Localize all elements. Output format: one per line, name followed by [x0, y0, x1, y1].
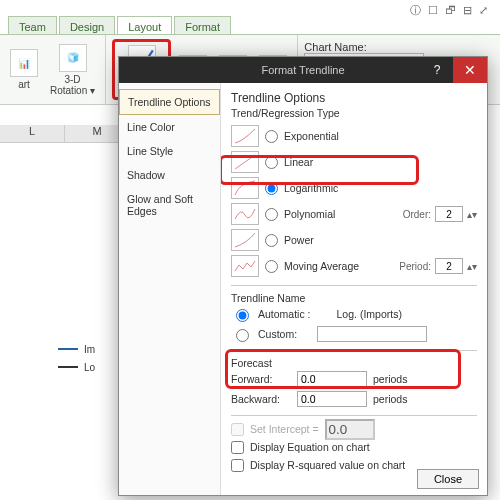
display-r2-label: Display R-squared value on chart	[250, 459, 405, 471]
trendline-name-group: Trendline Name Automatic : Log. (Imports…	[231, 285, 477, 344]
exponential-radio[interactable]	[265, 130, 278, 143]
polynomial-label: Polynomial	[284, 208, 335, 220]
legend-label-2: Lo	[84, 362, 95, 373]
dialog-title: Format Trendline	[261, 64, 344, 76]
period-spinner[interactable]	[435, 258, 463, 274]
order-param: Order: ▴▾	[403, 206, 477, 222]
forward-label: Forward:	[231, 373, 291, 385]
close-icon[interactable]: ✕	[453, 57, 487, 83]
backward-input[interactable]	[297, 391, 367, 407]
set-intercept-label: Set Intercept =	[250, 423, 319, 435]
movingavg-thumb	[231, 255, 259, 277]
polynomial-thumb	[231, 203, 259, 225]
forward-input[interactable]	[297, 371, 367, 387]
type-list: Exponential Linear Logarithmic Polynomia…	[231, 123, 477, 279]
format-trendline-dialog: Format Trendline ? ✕ Trendline Options L…	[118, 56, 488, 496]
rotation-icon: 🧊	[59, 44, 87, 72]
movingavg-label: Moving Average	[284, 260, 359, 272]
legend-line-1	[58, 348, 78, 350]
dialog-main: Trendline Options Trend/Regression Type …	[221, 83, 487, 495]
col-L[interactable]: L	[0, 125, 65, 142]
svg-line-0	[235, 155, 255, 169]
logarithmic-label: Logarithmic	[284, 182, 338, 194]
name-group-label: Trendline Name	[231, 292, 477, 304]
chart-area-button[interactable]: 📊 art	[6, 39, 42, 100]
dialog-nav: Trendline Options Line Color Line Style …	[119, 83, 221, 495]
window-controls[interactable]: ⓘ ☐ 🗗 ⊟ ⤢	[410, 3, 490, 18]
automatic-label: Automatic :	[258, 308, 311, 320]
column-headers: L M	[0, 125, 130, 143]
dialog-titlebar[interactable]: Format Trendline ? ✕	[119, 57, 487, 83]
set-intercept-input	[325, 419, 375, 440]
forward-periods: periods	[373, 373, 407, 385]
forecast-group: Forecast Forward: periods Backward: peri…	[231, 350, 477, 409]
close-button[interactable]: Close	[417, 469, 479, 489]
display-equation-label: Display Equation on chart	[250, 441, 370, 453]
period-label: Period:	[399, 261, 431, 272]
options-heading: Trendline Options	[231, 91, 477, 105]
chart-legend: Im Lo	[58, 340, 95, 376]
backward-label: Backward:	[231, 393, 291, 405]
period-param: Period: ▴▾	[399, 258, 477, 274]
nav-shadow[interactable]: Shadow	[119, 163, 220, 187]
exponential-label: Exponential	[284, 130, 339, 142]
power-radio[interactable]	[265, 234, 278, 247]
movingavg-radio[interactable]	[265, 260, 278, 273]
legend-line-2	[58, 366, 78, 368]
forecast-label: Forecast	[231, 357, 477, 369]
type-group-label: Trend/Regression Type	[231, 107, 477, 119]
nav-trendline-options[interactable]: Trendline Options	[119, 89, 220, 115]
nav-line-color[interactable]: Line Color	[119, 115, 220, 139]
exponential-thumb	[231, 125, 259, 147]
logarithmic-thumb	[231, 177, 259, 199]
polynomial-radio[interactable]	[265, 208, 278, 221]
backward-periods: periods	[373, 393, 407, 405]
chart-name-label: Chart Name:	[304, 41, 424, 53]
automatic-value: Log. (Imports)	[337, 308, 402, 320]
display-r2-checkbox[interactable]	[231, 459, 244, 472]
power-thumb	[231, 229, 259, 251]
automatic-radio[interactable]	[236, 309, 249, 322]
linear-radio[interactable]	[265, 156, 278, 169]
custom-name-input[interactable]	[317, 326, 427, 342]
power-label: Power	[284, 234, 314, 246]
linear-thumb	[231, 151, 259, 173]
rotation-label: 3-D Rotation ▾	[50, 74, 95, 96]
nav-line-style[interactable]: Line Style	[119, 139, 220, 163]
linear-label: Linear	[284, 156, 313, 168]
chart-icon: 📊	[10, 49, 38, 77]
nav-glow[interactable]: Glow and Soft Edges	[119, 187, 220, 223]
legend-label-1: Im	[84, 344, 95, 355]
help-button[interactable]: ?	[423, 57, 451, 83]
set-intercept-checkbox	[231, 423, 244, 436]
order-label: Order:	[403, 209, 431, 220]
custom-label: Custom:	[258, 328, 297, 340]
custom-radio[interactable]	[236, 329, 249, 342]
logarithmic-radio[interactable]	[265, 182, 278, 195]
chart-area-label: art	[18, 79, 30, 90]
rotation-button[interactable]: 🧊 3-D Rotation ▾	[46, 39, 99, 100]
display-equation-checkbox[interactable]	[231, 441, 244, 454]
options-checkboxes: Set Intercept = Display Equation on char…	[231, 415, 477, 474]
order-spinner[interactable]	[435, 206, 463, 222]
